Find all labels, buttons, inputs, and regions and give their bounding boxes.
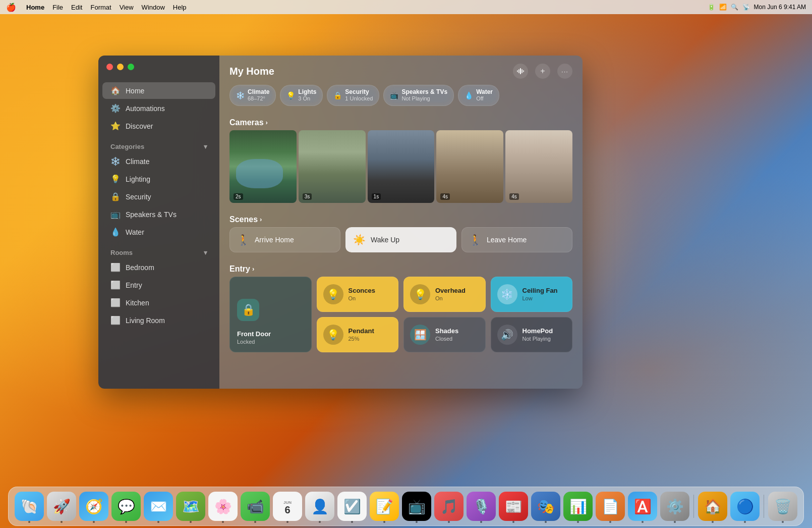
lights-pill-label: Lights [298, 88, 316, 95]
dock-reminders[interactable]: ☑️ [337, 492, 367, 521]
app-menu-home[interactable]: Home [26, 4, 44, 11]
scene-leave-home[interactable]: 🚶 Leave Home [461, 227, 572, 252]
more-options-button[interactable]: ··· [557, 64, 572, 79]
pendant-icon: 💡 [327, 329, 339, 341]
sidebar-item-lighting[interactable]: 💡 Lighting [102, 171, 215, 187]
menu-file[interactable]: File [52, 4, 63, 11]
dock-facetime[interactable]: 📹 [241, 492, 270, 521]
dock-contacts[interactable]: 👤 [305, 492, 334, 521]
water-icon: 💧 [110, 227, 121, 237]
camera-living[interactable]: 4s [436, 130, 503, 203]
menu-format[interactable]: Format [90, 4, 111, 11]
menu-edit[interactable]: Edit [71, 4, 82, 11]
camera-driveway-timestamp: 3s [303, 193, 312, 200]
sidebar-item-living-room[interactable]: ⬜ Living Room [102, 312, 215, 329]
ceiling-fan-status: Low [523, 295, 566, 301]
sidebar-item-climate[interactable]: ❄️ Climate [102, 153, 215, 170]
camera-pool-timestamp: 2s [234, 193, 243, 200]
shades-card[interactable]: 🪟 Shades Closed [403, 317, 486, 352]
overhead-info: Overhead On [435, 287, 479, 301]
categories-header[interactable]: Categories ▾ [98, 138, 219, 152]
sidebar-item-entry[interactable]: ⬜ Entry [102, 277, 215, 293]
siri-waves-icon [516, 67, 525, 75]
scene-wake-up[interactable]: ☀️ Wake Up [345, 227, 456, 252]
rooms-header[interactable]: Rooms ▾ [98, 244, 219, 258]
dock-messages[interactable]: 💬 [111, 492, 141, 521]
arrive-home-icon: 🚶 [237, 234, 250, 246]
dock-mail[interactable]: ✉️ [144, 492, 173, 521]
menu-window[interactable]: Window [142, 4, 165, 11]
sconces-card[interactable]: 💡 Sconces On [317, 277, 399, 312]
security-pill[interactable]: 🔒 Security 1 Unlocked [327, 85, 379, 106]
dock-trash[interactable]: 🗑️ [768, 492, 797, 521]
entry-chevron: › [252, 265, 254, 273]
window-minimize-button[interactable] [117, 64, 124, 70]
speakers-pill[interactable]: 📺 Speakers & TVs Not Playing [383, 85, 454, 106]
sidebar-item-automations[interactable]: ⚙️ Automations [102, 100, 215, 117]
camera-driveway[interactable]: 3s [299, 130, 366, 203]
speakers-pill-icon: 📺 [390, 91, 398, 99]
homepod-card[interactable]: 🔊 HomePod Not Playing [491, 317, 573, 352]
apple-menu[interactable]: 🍎 [6, 3, 16, 12]
overhead-card[interactable]: 💡 Overhead On [403, 277, 486, 312]
menu-help[interactable]: Help [173, 4, 187, 11]
cast-icon[interactable]: 📡 [742, 4, 750, 11]
dock-homekit[interactable]: 🔵 [730, 492, 760, 521]
entry-section-header[interactable]: Entry › [219, 260, 583, 277]
dock-calendar[interactable]: JUN 6 [273, 492, 302, 521]
sidebar-item-water[interactable]: 💧 Water [102, 224, 215, 240]
climate-icon: ❄️ [110, 156, 121, 166]
scenes-section-header[interactable]: Scenes › [219, 211, 583, 227]
dock-tv[interactable]: 📺 [402, 492, 431, 521]
scene-arrive-home[interactable]: 🚶 Arrive Home [229, 227, 340, 252]
dock-pages[interactable]: 📄 [596, 492, 625, 521]
dock-notes[interactable]: 📝 [370, 492, 399, 521]
front-door-status: Locked [237, 339, 271, 345]
dock-music[interactable]: 🎵 [434, 492, 463, 521]
dock-home-app[interactable]: 🏠 [698, 492, 727, 521]
sidebar-item-home[interactable]: 🏠 Home [102, 82, 215, 99]
cameras-section-header[interactable]: Cameras › [219, 114, 583, 130]
climate-pill[interactable]: ❄️ Climate 68–72° [229, 85, 276, 106]
dock-launchpad[interactable]: 🚀 [47, 492, 76, 521]
cameras-label: Cameras [229, 118, 264, 127]
water-pill[interactable]: 💧 Water Off [458, 85, 499, 106]
window-maximize-button[interactable] [128, 64, 134, 70]
overhead-status: On [435, 295, 479, 301]
automations-icon: ⚙️ [110, 103, 121, 113]
dock-appstore[interactable]: 🅰️ [628, 492, 657, 521]
sidebar-item-security[interactable]: 🔒 Security [102, 188, 215, 205]
categories-chevron: ▾ [204, 143, 207, 150]
dock-numbers[interactable]: 📊 [563, 492, 593, 521]
search-icon[interactable]: 🔍 [731, 4, 738, 11]
dock-photos[interactable]: 🌸 [208, 492, 238, 521]
dock-news[interactable]: 📰 [499, 492, 528, 521]
front-door-card[interactable]: 🔒 Front Door Locked [229, 277, 312, 352]
lights-pill[interactable]: 💡 Lights 3 On [280, 85, 323, 106]
siri-button[interactable] [513, 64, 528, 79]
dock-finder[interactable]: 🐚 [15, 492, 44, 521]
sidebar-label-entry: Entry [126, 281, 142, 289]
dock-podcasts[interactable]: 🎙️ [467, 492, 496, 521]
water-pill-sub: Off [476, 95, 493, 102]
camera-pool[interactable]: 2s [229, 130, 297, 203]
window-close-button[interactable] [106, 64, 113, 70]
dock-keynote[interactable]: 🎭 [531, 492, 560, 521]
dock-system-preferences[interactable]: ⚙️ [660, 492, 689, 521]
water-pill-text: Water Off [476, 88, 493, 102]
dock-safari[interactable]: 🧭 [79, 492, 108, 521]
sidebar-label-security: Security [126, 193, 151, 201]
dock-maps[interactable]: 🗺️ [176, 492, 205, 521]
pendant-card[interactable]: 💡 Pendant 25% [317, 317, 399, 352]
ceiling-fan-info: Ceiling Fan Low [523, 287, 566, 301]
sidebar-item-speakers[interactable]: 📺 Speakers & TVs [102, 206, 215, 223]
shades-info: Shades Closed [435, 327, 479, 342]
add-accessory-button[interactable]: + [535, 64, 550, 79]
camera-garage[interactable]: 1s [368, 130, 435, 203]
sidebar-item-kitchen[interactable]: ⬜ Kitchen [102, 294, 215, 311]
ceiling-fan-card[interactable]: ❄️ Ceiling Fan Low [491, 277, 573, 312]
sidebar-item-bedroom[interactable]: ⬜ Bedroom [102, 259, 215, 276]
menu-view[interactable]: View [120, 4, 134, 11]
sidebar-item-discover[interactable]: ⭐ Discover [102, 118, 215, 134]
camera-bedroom[interactable]: 4s [505, 130, 572, 203]
